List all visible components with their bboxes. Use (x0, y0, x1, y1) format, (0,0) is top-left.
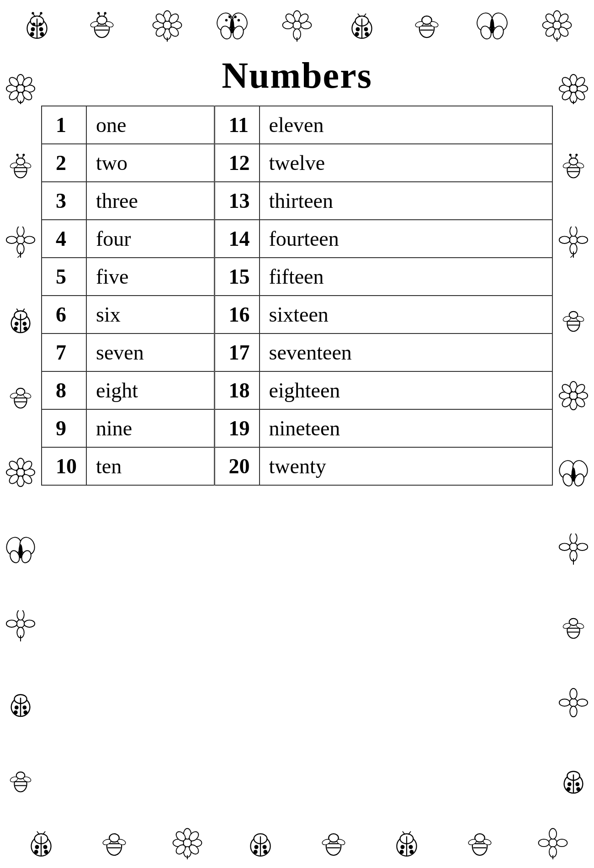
word-cell-2: eighteen (260, 371, 553, 409)
word-cell: seven (86, 333, 214, 371)
word-cell-2: twelve (260, 144, 553, 182)
number-cell-2: 11 (214, 106, 260, 144)
table-row: 7 seven 17 seventeen (42, 333, 552, 371)
flower-right-4 (558, 534, 589, 565)
number-cell: 1 (42, 106, 86, 144)
flower-icon-2 (281, 9, 313, 42)
svg-point-41 (237, 19, 239, 21)
svg-point-203 (572, 467, 576, 482)
bee-left-3 (5, 764, 36, 795)
number-cell-2: 14 (214, 220, 260, 258)
svg-point-112 (15, 322, 19, 326)
svg-point-3 (31, 27, 35, 32)
svg-point-100 (16, 154, 19, 156)
svg-point-234 (44, 850, 48, 854)
word-cell-2: sixteen (260, 296, 553, 333)
svg-point-106 (24, 236, 35, 243)
table-row: 2 two 12 twelve (42, 144, 552, 182)
ladybug-left-1 (5, 303, 36, 334)
bee-right-2 (558, 303, 589, 334)
svg-point-114 (14, 327, 18, 331)
table-row: 5 five 15 fifteen (42, 258, 552, 296)
page-title: Numbers (222, 55, 372, 96)
number-cell-2: 15 (214, 258, 260, 296)
svg-point-57 (355, 32, 359, 36)
svg-point-285 (557, 839, 567, 847)
bee-icon-1 (85, 9, 118, 42)
butterfly-icon-1 (216, 9, 249, 42)
flower-left-3 (5, 457, 36, 488)
number-cell: 3 (42, 182, 86, 220)
svg-point-180 (559, 236, 570, 243)
main-content: Numbers 1 one 11 eleven 2 two 12 twelve … (0, 50, 594, 818)
word-cell: one (86, 106, 214, 144)
table-row: 1 one 11 eleven (42, 106, 552, 144)
bee-right-3 (558, 610, 589, 641)
svg-point-58 (365, 32, 369, 36)
flower-left-2 (5, 227, 36, 258)
word-cell-2: eleven (260, 106, 553, 144)
page: Numbers 1 one 11 eleven 2 two 12 twelve … (0, 0, 594, 868)
number-cell: 8 (42, 371, 86, 409)
svg-point-101 (22, 154, 25, 156)
svg-point-224 (567, 782, 572, 786)
svg-point-178 (570, 227, 577, 236)
flower-right-1 (558, 73, 589, 104)
number-cell: 2 (42, 144, 86, 182)
word-cell-2: nineteen (260, 409, 553, 447)
svg-point-113 (22, 322, 27, 326)
word-cell: six (86, 296, 214, 333)
butterfly-left-1 (5, 534, 36, 565)
svg-point-231 (35, 845, 39, 849)
butterfly-right-1 (558, 457, 589, 488)
svg-point-217 (570, 688, 577, 699)
number-cell: 4 (42, 220, 86, 258)
table-row: 10 ten 20 twenty (42, 447, 552, 485)
svg-point-5 (30, 32, 34, 36)
svg-point-139 (17, 610, 24, 620)
svg-point-270 (409, 845, 413, 849)
bee-left-2 (5, 380, 36, 411)
flower-right-3 (558, 380, 589, 411)
svg-point-102 (16, 236, 24, 243)
svg-point-216 (569, 699, 577, 706)
table-row: 4 four 14 fourteen (42, 220, 552, 258)
svg-point-257 (263, 845, 267, 849)
svg-line-108 (17, 255, 21, 258)
svg-point-219 (559, 699, 570, 706)
svg-point-272 (409, 850, 414, 854)
svg-point-227 (576, 787, 580, 791)
border-right (553, 50, 594, 818)
word-cell-2: fifteen (260, 258, 553, 296)
flower-bottom-2 (536, 826, 569, 859)
bee-bottom-2 (317, 826, 350, 859)
ladybug-left-2 (5, 687, 36, 718)
svg-point-281 (549, 839, 557, 847)
svg-point-218 (570, 706, 577, 717)
svg-point-37 (230, 19, 234, 33)
number-cell-2: 20 (214, 447, 260, 485)
svg-point-56 (364, 27, 368, 32)
svg-point-204 (569, 543, 577, 550)
butterfly-icon-2 (476, 9, 509, 42)
svg-point-38 (225, 19, 227, 21)
svg-point-232 (43, 845, 48, 849)
svg-point-115 (23, 327, 27, 331)
bee-icon-2 (410, 9, 443, 42)
svg-point-150 (23, 710, 27, 715)
number-cell-2: 19 (214, 409, 260, 447)
svg-point-105 (6, 236, 17, 243)
bee-bottom-3 (463, 826, 496, 859)
word-cell: nine (86, 409, 214, 447)
table-row: 8 eight 18 eighteen (42, 371, 552, 409)
number-cell-2: 12 (214, 144, 260, 182)
svg-point-256 (255, 845, 259, 849)
svg-point-226 (567, 787, 571, 791)
svg-point-258 (254, 850, 258, 854)
ladybug-icon (21, 9, 53, 42)
ladybug-right-1 (558, 764, 589, 795)
flower-left-4 (5, 610, 36, 641)
svg-point-4 (39, 27, 43, 32)
number-cell: 5 (42, 258, 86, 296)
border-left (0, 50, 41, 818)
